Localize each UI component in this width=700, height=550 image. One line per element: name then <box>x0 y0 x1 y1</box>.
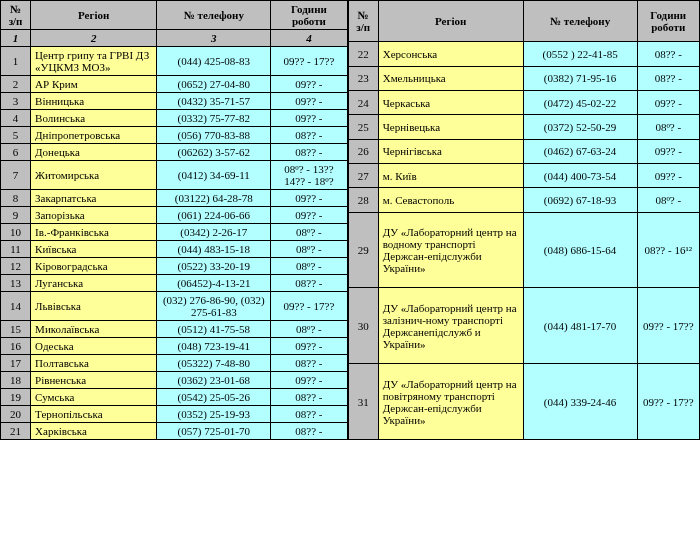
table-row: 17Полтавська(05322) 7-48-8008?? - <box>1 355 348 372</box>
row-num: 13 <box>1 275 31 292</box>
row-num: 12 <box>1 258 31 275</box>
row-hours: 08?? - <box>637 42 699 66</box>
row-region: Волинська <box>31 110 157 127</box>
row-region: ДУ «Лабораторний центр на залізнич-ному … <box>378 288 523 364</box>
row-num: 5 <box>1 127 31 144</box>
row-phone: (032) 276-86-90, (032) 275-61-83 <box>157 292 271 321</box>
row-num: 14 <box>1 292 31 321</box>
row-num: 24 <box>348 91 378 115</box>
table-row: 28м. Севастополь(0692) 67-18-9308º? - <box>348 188 699 212</box>
row-hours: 09?? - <box>271 207 347 224</box>
row-hours: 08º? - <box>271 241 347 258</box>
table-row: 30ДУ «Лабораторний центр на залізнич-ном… <box>348 288 699 364</box>
table-row: 18Рівненська(0362) 23-01-6809?? - <box>1 372 348 389</box>
table-row: 3Вінницька(0432) 35-71-5709?? - <box>1 93 348 110</box>
table-row: 6Донецька(06262) 3-57-6208?? - <box>1 144 348 161</box>
row-hours: 08?? - <box>271 144 347 161</box>
row-hours: 08º? - 13?? 14?? - 18º? <box>271 161 347 190</box>
row-hours: 09?? - 17?? <box>271 47 347 76</box>
row-region: Центр грипу та ГРВІ ДЗ «УЦКМЗ МОЗ» <box>31 47 157 76</box>
row-phone: (044) 425-08-83 <box>157 47 271 76</box>
row-num: 25 <box>348 115 378 139</box>
row-num: 27 <box>348 163 378 187</box>
hdr-num: № з/п <box>1 1 31 30</box>
row-hours: 09?? - <box>271 190 347 207</box>
colnum-1: 1 <box>1 30 31 47</box>
row-region: ДУ «Лабораторний центр на повітряному тр… <box>378 364 523 440</box>
hdr-phone: № телефону <box>157 1 271 30</box>
table-row: 9Запорізька(061) 224-06-6609?? - <box>1 207 348 224</box>
row-num: 1 <box>1 47 31 76</box>
row-hours: 09?? - 17?? <box>637 364 699 440</box>
colnum-row: 1 2 3 4 <box>1 30 348 47</box>
row-region: Ів.-Франківська <box>31 224 157 241</box>
page-wrap: № з/п Регіон № телефону Години роботи 1 … <box>0 0 700 440</box>
row-region: Київська <box>31 241 157 258</box>
hdr-phone: № телефону <box>523 1 637 42</box>
row-num: 31 <box>348 364 378 440</box>
row-num: 3 <box>1 93 31 110</box>
table-row: 7Житомирська(0412) 34-69-1108º? - 13?? 1… <box>1 161 348 190</box>
row-region: Луганська <box>31 275 157 292</box>
row-region: м. Севастополь <box>378 188 523 212</box>
row-num: 8 <box>1 190 31 207</box>
row-region: Сумська <box>31 389 157 406</box>
row-region: Донецька <box>31 144 157 161</box>
row-hours: 08?? - <box>271 389 347 406</box>
row-num: 22 <box>348 42 378 66</box>
row-hours: 09?? - <box>271 338 347 355</box>
row-region: Запорізька <box>31 207 157 224</box>
row-hours: 09?? - 17?? <box>637 288 699 364</box>
row-phone: (0692) 67-18-93 <box>523 188 637 212</box>
header-row: № з/п Регіон № телефону Години роботи <box>348 1 699 42</box>
row-phone: (0512) 41-75-58 <box>157 321 271 338</box>
row-region: Чернігівська <box>378 139 523 163</box>
table-row: 13Луганська(06452)-4-13-2108?? - <box>1 275 348 292</box>
row-region: Хмельницька <box>378 66 523 90</box>
row-hours: 08º? - <box>271 258 347 275</box>
row-phone: (057) 725-01-70 <box>157 423 271 440</box>
row-region: Львівська <box>31 292 157 321</box>
row-region: Житомирська <box>31 161 157 190</box>
left-table: № з/п Регіон № телефону Години роботи 1 … <box>0 0 348 440</box>
table-row: 27м. Київ(044) 400-73-5409?? - <box>348 163 699 187</box>
row-phone: (0552 ) 22-41-85 <box>523 42 637 66</box>
table-row: 15Миколаївська(0512) 41-75-5808º? - <box>1 321 348 338</box>
row-phone: (044) 339-24-46 <box>523 364 637 440</box>
right-table: № з/п Регіон № телефону Години роботи 22… <box>348 0 700 440</box>
table-row: 23Хмельницька(0382) 71-95-1608?? - <box>348 66 699 90</box>
row-hours: 08?? - <box>271 355 347 372</box>
header-row: № з/п Регіон № телефону Години роботи <box>1 1 348 30</box>
row-phone: (0522) 33-20-19 <box>157 258 271 275</box>
table-row: 4Волинська(0332) 75-77-8209?? - <box>1 110 348 127</box>
row-num: 29 <box>348 212 378 288</box>
table-row: 8Закарпатська(03122) 64-28-7809?? - <box>1 190 348 207</box>
row-region: Тернопільська <box>31 406 157 423</box>
row-phone: (044) 400-73-54 <box>523 163 637 187</box>
row-num: 6 <box>1 144 31 161</box>
row-region: Закарпатська <box>31 190 157 207</box>
row-num: 19 <box>1 389 31 406</box>
row-num: 4 <box>1 110 31 127</box>
row-phone: (0332) 75-77-82 <box>157 110 271 127</box>
row-phone: (0382) 71-95-16 <box>523 66 637 90</box>
table-row: 14Львівська(032) 276-86-90, (032) 275-61… <box>1 292 348 321</box>
row-hours: 09?? - <box>637 91 699 115</box>
row-region: Одеська <box>31 338 157 355</box>
row-region: Вінницька <box>31 93 157 110</box>
table-row: 22Херсонська(0552 ) 22-41-8508?? - <box>348 42 699 66</box>
row-region: Черкаська <box>378 91 523 115</box>
row-hours: 09?? - 17?? <box>271 292 347 321</box>
hdr-hours: Години роботи <box>271 1 347 30</box>
row-phone: (0372) 52-50-29 <box>523 115 637 139</box>
row-hours: 08?? - 16¹² <box>637 212 699 288</box>
row-region: Херсонська <box>378 42 523 66</box>
row-region: Миколаївська <box>31 321 157 338</box>
row-phone: (0432) 35-71-57 <box>157 93 271 110</box>
colnum-4: 4 <box>271 30 347 47</box>
hdr-hours: Години роботи <box>637 1 699 42</box>
row-hours: 08?? - <box>271 423 347 440</box>
row-phone: (0352) 25-19-93 <box>157 406 271 423</box>
table-row: 24Черкаська(0472) 45-02-2209?? - <box>348 91 699 115</box>
table-row: 12Кіровоградська(0522) 33-20-1908º? - <box>1 258 348 275</box>
